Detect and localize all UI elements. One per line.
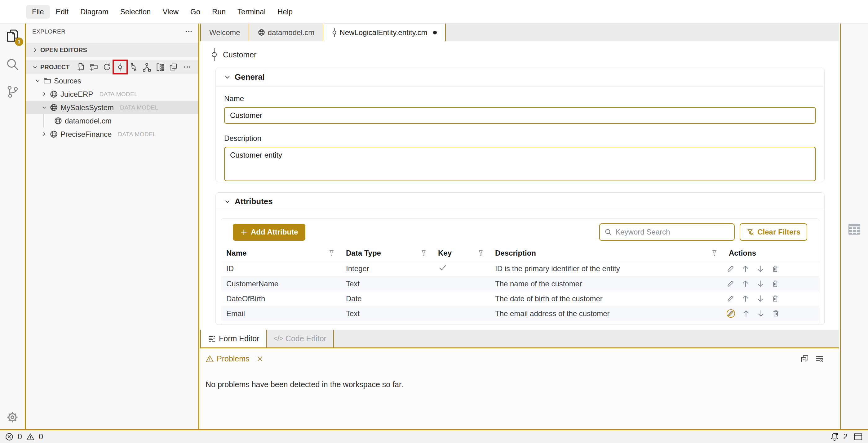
cell-name[interactable]: CustomerName [221,279,341,288]
delete-icon[interactable] [771,279,779,288]
move-up-icon[interactable] [741,294,750,303]
plus-icon [240,229,247,236]
cell-data-type[interactable]: Integer [341,264,433,273]
section-open-editors[interactable]: OPEN EDITORS [26,43,198,57]
attribute-row[interactable]: DateOfBirth Date The date of birth of th… [221,291,819,306]
cell-description[interactable]: The date of birth of the customer [490,294,723,303]
filter-icon[interactable] [420,249,428,258]
menu-view[interactable]: View [157,5,184,19]
filter-icon[interactable] [710,249,719,258]
cell-name[interactable]: ID [221,264,341,273]
move-down-icon[interactable] [756,294,765,303]
cell-description[interactable]: The name of the customer [490,279,723,288]
move-down-icon[interactable] [756,265,765,273]
search-icon[interactable] [5,57,20,71]
new-file-icon[interactable] [76,62,86,72]
warning-icon[interactable] [26,433,35,441]
menu-help[interactable]: Help [272,5,299,19]
settings-gear-icon[interactable] [5,410,20,424]
edit-icon[interactable] [726,294,735,303]
move-up-icon[interactable] [742,309,750,318]
clear-all-icon[interactable] [815,354,824,363]
duplicate-icon[interactable] [168,62,178,72]
menu-file[interactable]: File [26,5,50,19]
section-project[interactable]: PROJECT [26,60,198,74]
general-section-card: General Name Description Customer entity [215,68,825,182]
tab-code-editor[interactable]: </> Code Editor [267,330,334,348]
tree-item-mysalessystem[interactable]: MySalesSystem DATA MODEL [26,101,198,114]
move-up-icon[interactable] [741,279,750,288]
cell-name[interactable]: Email [221,309,341,318]
menu-edit[interactable]: Edit [50,5,74,19]
edit-icon[interactable] [726,279,735,288]
menu-run[interactable]: Run [206,5,231,19]
key-checkmark-icon [438,263,447,272]
clear-filters-button[interactable]: Clear Filters [740,224,807,241]
chevron-down-icon [224,74,230,80]
notification-count[interactable]: 2 [843,432,847,441]
delete-icon[interactable] [772,309,780,318]
move-down-icon[interactable] [757,309,765,318]
attributes-section-header[interactable]: Attributes [216,193,824,210]
cell-description[interactable]: ID is the primary identifier of the enti… [490,264,723,273]
table-view-icon[interactable] [847,29,862,430]
new-diagram-icon[interactable] [142,62,152,72]
attribute-row[interactable]: ID Integer ID is the primary identifier … [221,261,819,276]
keyword-search-input[interactable] [615,228,730,236]
menu-go[interactable]: Go [184,5,206,19]
error-count[interactable]: 0 [18,432,22,441]
tree-item-juiceerp[interactable]: JuiceERP DATA MODEL [26,87,198,101]
sidebar-more-icon[interactable] [185,28,193,36]
new-folder-icon[interactable] [89,62,99,72]
attribute-row[interactable]: Email Text The email address of the cust… [221,306,819,321]
edit-icon[interactable] [726,265,735,273]
problems-tab[interactable]: Problems [200,349,839,363]
tree-item-sources[interactable]: Sources [26,74,198,87]
close-icon[interactable] [257,356,263,362]
edit-disabled-icon[interactable] [726,309,735,318]
bell-icon[interactable] [830,432,839,442]
menu-diagram[interactable]: Diagram [74,5,114,19]
layout-panel-icon[interactable] [853,432,863,442]
cell-actions [723,309,819,318]
cell-data-type[interactable]: Text [341,279,433,288]
tab-newlogicalentity[interactable]: NewLogicalEntity.entity.cm [323,24,445,41]
name-field[interactable] [224,107,816,124]
move-down-icon[interactable] [756,279,765,288]
general-section-header[interactable]: General [216,68,824,87]
menu-terminal[interactable]: Terminal [231,5,272,19]
chevron-right-icon [41,131,47,137]
filter-icon[interactable] [476,249,485,258]
project-more-icon[interactable] [183,63,192,71]
warning-count[interactable]: 0 [39,432,43,441]
tree-item-datamodel-cm[interactable]: datamodel.cm [26,114,198,127]
cell-description[interactable]: The email address of the customer [490,309,723,318]
cell-data-type[interactable]: Date [341,294,433,303]
filter-icon[interactable] [328,249,336,258]
cell-key[interactable] [433,263,490,274]
tree-item-precisefinance[interactable]: PreciseFinance DATA MODEL [26,127,198,141]
source-control-icon[interactable] [6,85,19,99]
column-header-key: Key [433,245,490,261]
delete-icon[interactable] [771,294,779,303]
new-relationship-icon[interactable] [129,62,138,72]
move-up-icon[interactable] [741,265,750,273]
cell-name[interactable]: DateOfBirth [221,294,341,303]
dirty-indicator-dot[interactable] [433,31,437,34]
menu-selection[interactable]: Selection [114,5,157,19]
add-attribute-button[interactable]: Add Attribute [233,224,305,241]
error-icon[interactable] [5,433,13,441]
editor-area: Welcome datamodel.cm NewLogicalEntity.en… [200,24,839,430]
tab-datamodel-cm[interactable]: datamodel.cm [249,24,323,41]
refresh-icon[interactable] [102,62,112,72]
tab-form-editor[interactable]: Form Editor [200,330,267,348]
tab-welcome[interactable]: Welcome [200,24,249,41]
delete-icon[interactable] [771,265,779,273]
attribute-row[interactable]: CustomerName Text The name of the custom… [221,276,819,291]
collapse-all-icon[interactable] [800,354,809,363]
explorer-icon[interactable]: 1 [5,28,20,43]
cell-actions [723,294,819,303]
new-mapping-icon[interactable] [155,62,165,72]
description-field[interactable]: Customer entity [224,147,816,181]
cell-data-type[interactable]: Text [341,309,433,318]
